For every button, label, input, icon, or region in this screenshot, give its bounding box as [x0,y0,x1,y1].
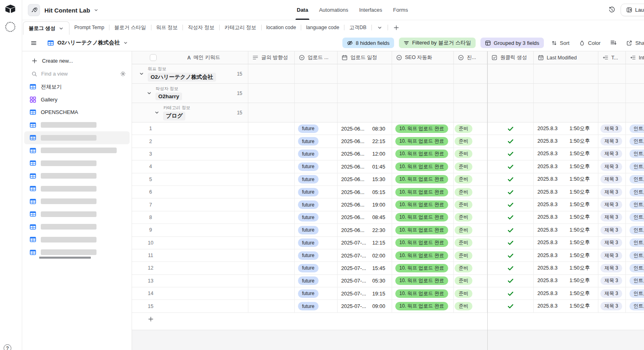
table-cell[interactable] [248,160,295,173]
table-cell[interactable]: 인트로 [626,300,644,312]
table-cell[interactable]: 10. 워프 업로드 완료 [392,173,454,186]
table-cell[interactable]: 2025-07-...05:30 [338,275,392,287]
table-cell[interactable] [487,287,534,299]
table-cell[interactable]: 인트로 [626,211,644,223]
table-cell[interactable]: 제목 3 [598,186,626,198]
table-cell[interactable]: 인트로 [626,148,644,160]
column-header[interactable]: Int [626,51,644,64]
table-cell[interactable]: 10. 워프 업로드 완료 [392,148,454,160]
table-cell[interactable]: 9 [132,224,248,236]
table-cell[interactable] [248,275,295,287]
table-cell[interactable]: 2025-07-...02:00 [338,249,392,261]
table-cell[interactable]: 인트로 [626,135,644,147]
redacted-view-item[interactable] [24,233,130,246]
table-cell[interactable]: 10 [132,237,248,249]
table-cell[interactable]: 2025.8.31:50오후 [534,186,598,198]
table-cell[interactable] [487,249,534,261]
table-row[interactable]: 8future2025-06...08:4510. 워프 업로드 완료준비202… [132,211,644,224]
table-cell[interactable] [248,148,295,160]
column-header[interactable]: 글의 방향성 [248,51,295,64]
table-cell[interactable] [248,224,295,236]
table-row[interactable]: 3future2025-06...12:0010. 워프 업로드 완료준비202… [132,148,644,160]
table-tab[interactable]: 블로거 스타일 [109,24,151,31]
sort-button[interactable]: Sort [549,40,572,46]
table-cell[interactable] [487,237,534,249]
table-cell[interactable]: 4 [132,160,248,173]
oneclick-checkmark-icon[interactable] [507,214,514,221]
select-all-checkbox[interactable] [150,54,157,61]
more-tables-chevron-icon[interactable] [372,25,388,30]
table-cell[interactable]: future [295,148,338,160]
row-number[interactable]: 15 [132,304,169,309]
oneclick-checkmark-icon[interactable] [507,150,514,157]
gear-icon[interactable] [120,71,126,77]
table-cell[interactable]: future [295,135,338,147]
table-cell[interactable] [487,186,534,198]
table-cell[interactable]: 10. 워프 업로드 완료 [392,198,454,211]
table-cell[interactable]: 2025-06...05:15 [338,186,392,198]
oneclick-checkmark-icon[interactable] [507,239,514,246]
table-cell[interactable] [487,160,534,173]
column-header[interactable]: 원클릭 생성 [487,51,534,64]
table-cell[interactable] [248,237,295,249]
redacted-view-item[interactable] [24,170,130,183]
view-item[interactable]: OPENSCHEMA [24,106,130,119]
table-cell[interactable]: 제목 3 [598,237,626,249]
redacted-view-item[interactable] [24,208,130,221]
oneclick-checkmark-icon[interactable] [507,290,514,297]
table-cell[interactable]: 2025.8.31:50오후 [534,122,598,135]
table-cell[interactable]: 2025.8.31:50오후 [534,262,598,274]
table-cell[interactable]: 2025-06...15:30 [338,173,392,186]
table-cell[interactable]: 제목 3 [598,275,626,287]
airtable-logo-icon[interactable] [5,4,16,13]
row-number[interactable]: 13 [132,278,169,284]
table-cell[interactable]: future [295,211,338,223]
table-cell[interactable]: 2025-07-...12:15 [338,237,392,249]
table-cell[interactable]: 준비 [454,186,487,198]
table-cell[interactable]: 2025.8.31:50오후 [534,275,598,287]
nav-tab[interactable]: Forms [393,0,408,20]
table-cell[interactable]: 2025.8.31:50오후 [534,173,598,186]
table-cell[interactable]: 제목 3 [598,249,626,261]
table-cell[interactable]: 2025-07-...09:00 [338,300,392,312]
oneclick-checkmark-icon[interactable] [507,227,514,234]
redacted-view-item[interactable] [24,157,130,170]
table-cell[interactable]: 준비 [454,287,487,299]
row-number[interactable]: 7 [132,202,169,208]
table-row[interactable]: 2future2025-06...22:1510. 워프 업로드 완료준비202… [132,135,644,148]
table-cell[interactable] [487,275,534,287]
table-cell[interactable]: 10. 워프 업로드 완료 [392,300,454,312]
table-cell[interactable]: 2025.8.31:50오후 [534,249,598,261]
row-height-button[interactable] [608,40,619,46]
table-cell[interactable]: 15 [132,300,248,312]
table-cell[interactable]: 2025-07-...19:15 [338,287,392,299]
view-sidebar-toggle-icon[interactable] [31,40,37,46]
table-cell[interactable]: 2025.8.31:50오후 [534,300,598,312]
column-header[interactable]: Last Modified [534,51,598,64]
table-cell[interactable] [248,122,295,135]
table-cell[interactable]: 10. 워프 업로드 완료 [392,122,454,135]
table-cell[interactable]: 2025.8.31:50오후 [534,237,598,249]
table-tab-active[interactable]: 블로그 생성 [23,21,69,35]
collapse-group-chevron-icon[interactable] [139,71,144,76]
table-row[interactable]: 9future2025-06...22:3010. 워프 업로드 완료준비202… [132,224,644,236]
table-cell[interactable]: 3 [132,148,248,160]
table-cell[interactable]: 2025.8.31:50오후 [534,198,598,211]
table-cell[interactable] [248,211,295,223]
oneclick-checkmark-icon[interactable] [507,125,514,132]
row-number[interactable]: 2 [132,139,169,144]
table-cell[interactable]: future [295,275,338,287]
row-number[interactable]: 5 [132,177,169,182]
table-cell[interactable] [248,198,295,211]
create-new-view-button[interactable]: Create new... [31,58,132,64]
color-button[interactable]: Color [577,40,603,46]
row-number[interactable]: 12 [132,265,169,271]
table-cell[interactable] [487,211,534,223]
filter-button[interactable]: Filtered by 블로거 스타일 [399,38,476,48]
view-item[interactable]: Gallery [24,93,130,106]
table-cell[interactable]: 10. 워프 업로드 완료 [392,186,454,198]
table-cell[interactable]: 2025-06...08:30 [338,122,392,135]
workspace-avatar-placeholder-icon[interactable] [5,22,15,32]
oneclick-checkmark-icon[interactable] [507,138,514,145]
redacted-view-item[interactable] [24,182,130,195]
